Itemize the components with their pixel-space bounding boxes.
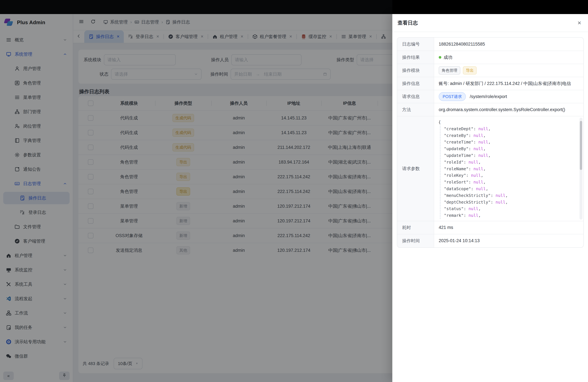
detail-row-日志编号: 日志编号1882612840802115585: [397, 38, 583, 51]
detail-value: POST请求/system/role/export: [434, 90, 583, 103]
json-colon: :: [463, 206, 468, 211]
json-comma: ,: [488, 140, 491, 145]
drawer-close-icon[interactable]: ✕: [577, 20, 582, 26]
json-colon: :: [469, 180, 474, 185]
code-scrollbar-track[interactable]: [580, 118, 583, 220]
drawer-body: 日志编号1882612840802115585操作结果成功操作模块角色管理导出操…: [392, 32, 588, 248]
json-key: "roleKey": [444, 173, 466, 178]
json-comma: ,: [483, 167, 486, 171]
log-detail-table: 日志编号1882612840802115585操作结果成功操作模块角色管理导出操…: [397, 37, 584, 248]
detail-label: 方法: [397, 103, 434, 116]
json-null: null: [478, 140, 488, 145]
json-colon: :: [466, 173, 471, 178]
json-key: "remark": [444, 213, 463, 218]
json-indent-block: "createDept": null,"createBy": null,"cre…: [440, 126, 576, 219]
json-colon: :: [463, 213, 468, 218]
json-key: "dataScope": [444, 186, 471, 191]
detail-label: 操作信息: [397, 77, 434, 90]
json-key: "menuCheckStrictly": [444, 193, 491, 198]
detail-value: 账号: admin / 研发部门 / 222.175.114.242 / 中国|…: [434, 77, 583, 90]
json-null: null: [476, 186, 486, 191]
json-comma: ,: [483, 146, 486, 151]
json-line: "dataScope": null,: [444, 186, 576, 192]
json-colon: :: [474, 140, 478, 145]
json-colon: :: [469, 133, 474, 138]
json-key: "createTime": [444, 140, 474, 145]
json-comma: ,: [481, 173, 483, 178]
json-key: "createBy": [444, 133, 469, 138]
json-line: "status": null,: [444, 206, 576, 212]
json-line: "createTime": null,: [444, 139, 576, 146]
detail-row-操作模块: 操作模块角色管理导出: [397, 64, 583, 77]
module-tag: 角色管理: [439, 66, 460, 75]
detail-value: {"createDept": null,"createBy": null,"cr…: [434, 116, 583, 221]
json-line: "remark": null,: [444, 212, 576, 219]
detail-text: 1882612840802115585: [439, 42, 485, 47]
json-comma: ,: [478, 213, 481, 218]
request-params-code[interactable]: {"createDept": null,"createBy": null,"cr…: [434, 116, 583, 221]
json-comma: ,: [488, 153, 491, 158]
json-colon: :: [474, 127, 478, 131]
json-key: "updateBy": [444, 146, 469, 151]
detail-value: 角色管理导出: [434, 64, 583, 77]
detail-value: 2025-01-24 10:14:13: [434, 234, 583, 247]
json-line: "updateTime": null,: [444, 152, 576, 159]
detail-value: org.dromara.system.controller.system.Sys…: [434, 103, 583, 116]
detail-text: 账号: admin / 研发部门 / 222.175.114.242 / 中国|…: [439, 81, 571, 86]
json-comma: ,: [505, 193, 508, 198]
json-colon: :: [469, 146, 474, 151]
detail-row-操作时间: 操作时间2025-01-24 10:14:13: [397, 234, 583, 247]
json-null: null: [471, 173, 481, 178]
screen: Plus Admin 概览系统管理用户管理角色管理菜单管理部门管理岗位管理字典管…: [0, 0, 588, 382]
json-key: "updateTime": [444, 153, 474, 158]
detail-label: 耗时: [397, 221, 434, 234]
json-comma: ,: [488, 127, 491, 131]
detail-label: 请求参数: [397, 116, 434, 221]
detail-label: 请求信息: [397, 90, 434, 103]
json-comma: ,: [483, 180, 486, 185]
json-comma: ,: [478, 206, 481, 211]
detail-row-请求参数: 请求参数{"createDept": null,"createBy": null…: [397, 116, 583, 221]
json-comma: ,: [478, 160, 481, 165]
detail-label: 日志编号: [397, 38, 434, 51]
json-key: "status": [444, 206, 463, 211]
method-tag: POST请求: [439, 92, 466, 101]
detail-label: 操作结果: [397, 51, 434, 64]
json-colon: :: [463, 160, 468, 165]
drawer-title: 查看日志: [398, 20, 418, 26]
json-key: "roleName": [444, 167, 469, 171]
json-line: "createDept": null,: [444, 126, 576, 132]
json-null: null: [478, 153, 488, 158]
detail-row-耗时: 耗时421 ms: [397, 221, 583, 234]
code-scrollbar-thumb[interactable]: [580, 121, 582, 170]
json-comma: ,: [483, 133, 486, 138]
detail-text: org.dromara.system.controller.system.Sys…: [439, 107, 565, 112]
json-null: null: [496, 193, 505, 198]
json-line: "roleSort": null,: [444, 179, 576, 186]
modal-overlay[interactable]: [0, 0, 392, 382]
json-key: "roleId": [444, 160, 463, 165]
status-text: 成功: [444, 54, 452, 60]
json-null: null: [474, 167, 483, 171]
module-tag: 导出: [463, 66, 477, 75]
request-url: /system/role/export: [470, 94, 507, 99]
json-null: null: [496, 200, 505, 205]
detail-row-请求信息: 请求信息POST请求/system/role/export: [397, 90, 583, 103]
json-comma: ,: [505, 200, 508, 205]
json-code: {"createDept": null,"createBy": null,"cr…: [434, 116, 583, 221]
json-colon: :: [469, 167, 474, 171]
drawer-header: 查看日志 ✕: [392, 14, 588, 32]
status-dot-icon: [439, 56, 441, 59]
json-key: "deptCheckStrictly": [444, 200, 491, 205]
json-null: null: [469, 206, 478, 211]
json-null: null: [469, 213, 478, 218]
json-key: "roleSort": [444, 180, 469, 185]
detail-text: 2025-01-24 10:14:13: [439, 238, 480, 243]
json-line: "roleKey": null,: [444, 172, 576, 179]
detail-row-方法: 方法org.dromara.system.controller.system.S…: [397, 103, 583, 116]
json-line: "deptCheckStrictly": null,: [444, 199, 576, 206]
detail-value: 成功: [434, 51, 583, 64]
json-colon: :: [491, 193, 496, 198]
json-null: null: [474, 133, 483, 138]
json-line: "createBy": null,: [444, 132, 576, 139]
